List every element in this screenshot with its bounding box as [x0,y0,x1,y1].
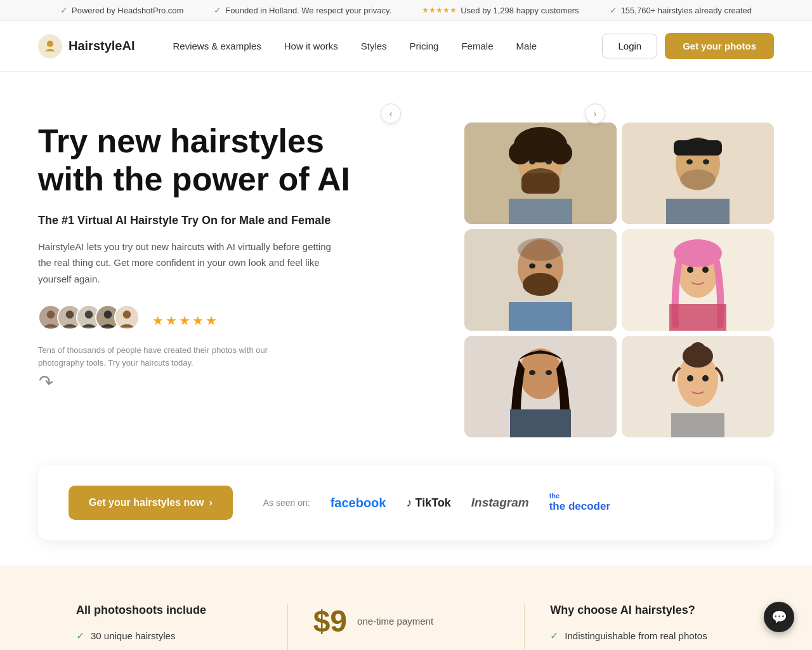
check-icon-1: ✓ [76,630,84,642]
avatar-row [38,305,140,330]
why-text-1: Indistinguishable from real photos [565,630,707,641]
photoshoots-col: All photoshoots include ✓ 30 unique hair… [76,604,262,650]
svg-point-26 [680,169,716,190]
get-hairstyles-button[interactable]: Get your hairstyles now › [69,486,233,520]
topbar-customers-text: Used by 1,298 happy customers [461,6,579,15]
hair-cell-5 [464,336,617,437]
svg-point-17 [546,159,552,164]
why-col: Why choose AI hairstyles? ✓ Indistinguis… [550,604,736,650]
logo[interactable]: HairstyleAI [38,34,135,58]
price-row: $9 one-time payment [313,604,499,639]
svg-rect-40 [669,304,726,331]
topbar-founded-text: Founded in Holland. We respect your priv… [225,6,391,15]
check-icon-founded: ✓ [214,5,221,15]
svg-point-16 [529,159,535,164]
brand-facebook: facebook [331,496,386,510]
cta-bar: Get your hairstyles now › As seen on: fa… [38,465,774,540]
avatar-5 [114,305,140,330]
prev-arrow[interactable]: ‹ [381,103,401,124]
topbar-item-hairstyles: ✓ 155,760+ hairstyles already created [610,5,752,15]
logo-text: HairstyleAI [69,39,135,53]
why-item-1: ✓ Indistinguishable from real photos [550,630,736,642]
features-bar: All photoshoots include ✓ 30 unique hair… [0,566,812,650]
nav-actions: Login Get your photos [602,33,774,59]
chat-icon: 💬 [771,609,787,625]
why-check-1: ✓ [550,630,558,642]
divider-2 [524,604,525,650]
price-label: one-time payment [357,616,433,627]
nav-female[interactable]: Female [461,41,493,51]
next-arrow[interactable]: › [585,103,605,124]
stars-icon: ★★★★★ [422,6,457,15]
hair-cell-3 [464,229,617,331]
check-icon-hairstyles: ✓ [610,5,617,15]
chat-bubble[interactable]: 💬 [764,602,794,632]
svg-point-0 [47,41,53,47]
seen-on: As seen on: facebook ♪ TikTok Instagram … [263,493,610,513]
svg-point-2 [47,310,55,319]
svg-point-50 [687,375,693,381]
topbar-item-founded: ✓ Founded in Holland. We respect your pr… [214,5,391,15]
star-rating: ★ ★ ★ ★ ★ [152,313,217,328]
brand-instagram: Instagram [471,496,529,510]
svg-point-43 [529,370,535,375]
hero-social-proof: Tens of thousands of people have created… [38,344,279,369]
svg-point-31 [529,263,535,269]
brand-tiktok: ♪ TikTok [406,496,450,510]
svg-point-15 [549,142,572,164]
svg-point-10 [123,310,131,319]
svg-rect-52 [671,413,724,437]
price-value: $9 [313,604,347,639]
svg-point-25 [703,159,709,164]
get-hairstyles-label: Get your hairstyles now [89,497,204,508]
svg-point-6 [85,310,93,319]
login-button[interactable]: Login [602,34,657,58]
svg-rect-19 [521,173,560,194]
hero-right: ‹ › [368,97,774,453]
svg-point-37 [674,239,722,267]
why-title: Why choose AI hairstyles? [550,604,736,617]
top-bar: ✓ Powered by HeadshotPro.com ✓ Founded i… [0,0,812,21]
hero-description: HairstyleAI lets you try out new haircut… [38,239,343,288]
svg-point-14 [509,142,532,164]
svg-point-24 [686,159,693,164]
svg-point-38 [687,267,693,273]
svg-point-32 [546,263,552,269]
svg-point-51 [702,375,709,381]
hair-cell-4 [622,229,774,331]
svg-point-33 [523,273,558,296]
hero-section: Try new hairstyles with the power of AI … [0,72,812,453]
topbar-item-powered: ✓ Powered by HeadshotPro.com [60,5,183,15]
nav-links: Reviews & examples How it works Styles P… [173,41,603,51]
seen-on-label: As seen on: [263,498,310,508]
nav-how[interactable]: How it works [284,41,338,51]
svg-point-49 [690,342,705,357]
nav-styles[interactable]: Styles [361,41,387,51]
arrow-right-icon: › [209,497,212,508]
svg-point-8 [104,310,112,319]
svg-point-4 [66,310,74,319]
divider-1 [287,604,288,650]
svg-rect-23 [674,140,722,156]
get-photos-button[interactable]: Get your photos [665,33,774,59]
hair-cell-2 [622,123,774,224]
topbar-hairstyles-text: 155,760+ hairstyles already created [621,6,752,15]
svg-point-30 [518,238,563,261]
nav-male[interactable]: Male [516,41,537,51]
nav-pricing[interactable]: Pricing [410,41,439,51]
hair-grid [464,123,774,437]
svg-rect-45 [510,409,571,437]
nav-reviews[interactable]: Reviews & examples [173,41,261,51]
topbar-powered-text: Powered by HeadshotPro.com [72,6,183,15]
photoshoots-title: All photoshoots include [76,604,262,617]
svg-rect-34 [509,302,572,331]
logo-icon [38,34,62,58]
hero-left: Try new hairstyles with the power of AI … [38,110,368,392]
svg-rect-27 [666,199,730,224]
topbar-item-customers: ★★★★★ Used by 1,298 happy customers [422,6,579,15]
svg-point-39 [702,267,709,273]
star-2: ★ [166,313,177,328]
feature-text-1: 30 unique hairstyles [91,630,175,641]
brand-decoder: the the decoder [549,493,610,513]
hero-subtitle: The #1 Virtual AI Hairstyle Try On for M… [38,214,368,227]
